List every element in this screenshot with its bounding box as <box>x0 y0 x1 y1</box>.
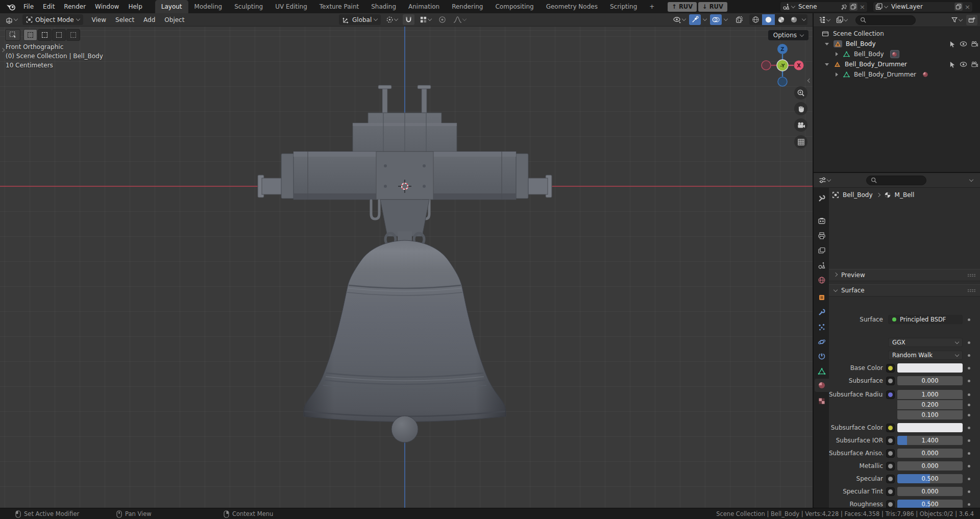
xray-toggle-button[interactable] <box>733 14 745 25</box>
navigation-gizmo[interactable]: Z X -Y <box>760 42 806 89</box>
expand-arrow-icon[interactable] <box>825 43 829 45</box>
new-viewlayer-icon[interactable] <box>954 3 963 11</box>
animate-dot[interactable] <box>968 380 970 382</box>
snap-toggle-button[interactable] <box>403 14 414 25</box>
zoom-button[interactable] <box>794 86 807 100</box>
hide-viewport-icon[interactable] <box>960 61 967 67</box>
tab-render[interactable] <box>815 214 829 228</box>
tab-rendering[interactable]: Rendering <box>446 0 489 13</box>
overlays-toggle-button[interactable] <box>710 14 722 25</box>
animate-dot[interactable] <box>968 341 970 344</box>
shading-solid-button[interactable] <box>762 14 775 25</box>
socket-value[interactable] <box>886 377 895 385</box>
pivot-point-button[interactable] <box>384 14 400 25</box>
transform-orientation-selector[interactable]: Global <box>339 14 381 25</box>
shading-rendered-button[interactable] <box>788 14 800 25</box>
unlink-scene-icon[interactable]: × <box>860 3 865 11</box>
pan-hand-button[interactable] <box>794 102 807 115</box>
animate-dot[interactable] <box>968 393 970 396</box>
socket-value[interactable] <box>886 500 895 509</box>
subsurface-method-dropdown[interactable]: Random Walk <box>888 351 963 360</box>
menu-file[interactable]: File <box>19 0 38 13</box>
animate-dot[interactable] <box>968 318 970 321</box>
blender-logo-icon[interactable] <box>6 3 16 11</box>
tab-tool[interactable] <box>815 192 829 205</box>
material-icon[interactable] <box>922 71 928 78</box>
viewlayer-selector[interactable]: ViewLayer × <box>873 2 973 12</box>
tab-texture-paint[interactable]: Texture Paint <box>313 0 365 13</box>
socket-value[interactable] <box>886 462 895 471</box>
subsurface-ior-slider[interactable]: 1.400 <box>897 436 963 445</box>
pin-icon[interactable] <box>841 4 847 10</box>
socket-value[interactable] <box>886 487 895 496</box>
properties-editor-type-button[interactable] <box>817 175 832 186</box>
toggle-grid-button[interactable] <box>794 135 807 149</box>
sidebar-collapse-chevron[interactable] <box>808 77 811 84</box>
scene-dropdown-chevron[interactable] <box>791 4 795 8</box>
menu-view[interactable]: View <box>87 13 111 27</box>
subsurface-radius-x[interactable]: 1.000 <box>897 390 963 399</box>
subsurface-slider[interactable]: 0.000 <box>897 376 963 385</box>
expand-arrow-icon[interactable] <box>836 72 838 77</box>
selectable-icon[interactable] <box>949 61 956 68</box>
add-workspace-button[interactable]: + <box>643 0 660 13</box>
animate-dot[interactable] <box>968 427 970 429</box>
tab-world[interactable] <box>815 274 829 287</box>
socket-color[interactable] <box>886 364 895 373</box>
breadcrumb-material[interactable]: M_Bell <box>895 191 915 199</box>
specular-slider[interactable]: 0.500 <box>897 474 963 483</box>
tab-compositing[interactable]: Compositing <box>489 0 540 13</box>
menu-help[interactable]: Help <box>124 0 146 13</box>
properties-search-input[interactable] <box>866 176 926 185</box>
surface-shader-button[interactable]: Principled BSDF <box>888 315 963 324</box>
editor-type-button[interactable] <box>3 14 19 25</box>
menu-render[interactable]: Render <box>59 0 90 13</box>
overlays-dropdown-chevron[interactable] <box>722 14 729 25</box>
new-collection-button[interactable] <box>966 15 977 26</box>
tab-layout[interactable]: Layout <box>155 0 188 13</box>
tool-select-box-button[interactable] <box>5 29 20 41</box>
menu-add[interactable]: Add <box>139 13 160 27</box>
3d-viewport[interactable]: Front Orthographic (0) Scene Collection … <box>0 27 813 508</box>
panel-surface[interactable]: Surface <box>829 284 980 296</box>
panel-preview[interactable]: Preview <box>829 269 980 281</box>
shading-material-button[interactable] <box>775 14 788 25</box>
outliner-row-scene-collection[interactable]: Scene Collection <box>814 29 980 39</box>
camera-view-button[interactable] <box>794 118 807 132</box>
socket-value[interactable] <box>886 436 895 445</box>
select-mode-intersect-button[interactable] <box>66 29 80 41</box>
animate-dot[interactable] <box>968 367 970 369</box>
animate-dot[interactable] <box>968 465 970 467</box>
tab-shading[interactable]: Shading <box>365 0 402 13</box>
viewlayer-dropdown-chevron[interactable] <box>884 4 888 8</box>
tab-animation[interactable]: Animation <box>402 0 446 13</box>
outliner-row-bell-body-mesh[interactable]: Bell_Body <box>814 49 980 59</box>
options-button[interactable]: Options <box>768 30 808 40</box>
animate-dot[interactable] <box>968 439 970 442</box>
viewlayer-name[interactable]: ViewLayer <box>890 3 952 10</box>
3d-cursor[interactable] <box>398 179 412 193</box>
animate-dot[interactable] <box>968 490 970 493</box>
tab-scene[interactable] <box>815 259 829 272</box>
tab-scripting[interactable]: Scripting <box>604 0 643 13</box>
expand-arrow-icon[interactable] <box>825 63 829 66</box>
remove-viewlayer-icon[interactable]: × <box>965 3 970 11</box>
material-icon[interactable] <box>890 50 899 58</box>
outliner-display-mode-button[interactable] <box>834 15 849 26</box>
new-scene-icon[interactable] <box>849 3 857 11</box>
select-mode-new-button[interactable] <box>23 29 37 41</box>
distribution-dropdown[interactable]: GGX <box>888 338 963 347</box>
socket-value[interactable] <box>886 449 895 458</box>
animate-dot[interactable] <box>968 503 970 506</box>
tab-output[interactable] <box>815 229 829 242</box>
animate-dot[interactable] <box>968 478 970 480</box>
subsurface-aniso-slider[interactable]: 0.000 <box>897 449 963 458</box>
scene-name[interactable]: Scene <box>797 3 839 10</box>
properties-options-chevron[interactable] <box>969 177 973 181</box>
menu-window[interactable]: Window <box>90 0 124 13</box>
proportional-editing-button[interactable] <box>436 14 448 25</box>
breadcrumb-object[interactable]: Bell_Body <box>843 191 873 199</box>
shading-wireframe-button[interactable] <box>749 14 762 25</box>
outliner-search-input[interactable] <box>855 15 916 25</box>
menu-edit[interactable]: Edit <box>38 0 59 13</box>
